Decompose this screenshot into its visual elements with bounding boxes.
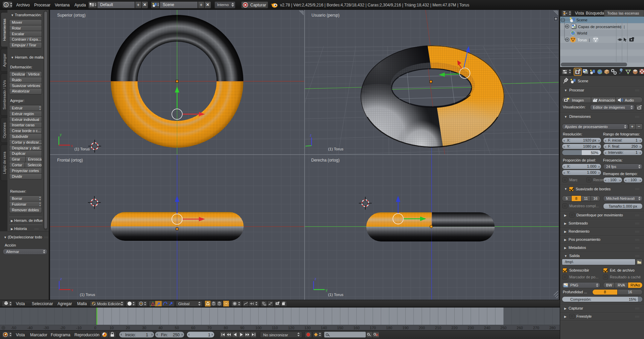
svg-text:Torus: Torus [577,38,587,42]
svg-text:250: 250 [173,333,180,337]
svg-text:90: 90 [240,326,244,330]
svg-text:180: 180 [386,326,392,330]
svg-text:(1) Torus: (1) Torus [74,147,90,151]
svg-text:Marcador: Marcador [30,333,47,337]
svg-text:z: z [60,277,62,281]
svg-text:260: 260 [517,326,523,330]
svg-text:Malla: Malla [77,301,87,306]
svg-text:0: 0 [94,326,96,330]
svg-text:270: 270 [533,326,539,330]
svg-text:30: 30 [142,326,146,330]
svg-text:Frontal (ortog): Frontal (ortog) [57,158,83,163]
svg-text:130: 130 [304,326,310,330]
svg-text:No sincronizar: No sincronizar [263,333,288,337]
svg-text:Reproducción: Reproducción [74,333,99,337]
svg-text:170: 170 [370,326,376,330]
svg-text:-10: -10 [76,326,82,330]
svg-text:|: | [589,38,590,42]
svg-text:230: 230 [468,326,474,330]
svg-text:(1) Torus: (1) Torus [80,293,95,297]
svg-text:10: 10 [110,326,114,330]
svg-text:Todas las escenas: Todas las escenas [607,11,639,15]
svg-text:150: 150 [337,326,343,330]
svg-text:-20: -20 [60,326,65,330]
svg-text:i: i [6,3,7,7]
svg-text:-50: -50 [11,326,16,330]
svg-text:(1) Torus: (1) Torus [328,293,343,297]
svg-text:80: 80 [224,326,228,330]
svg-text:Global: Global [178,302,189,306]
svg-text:Capas de procesamiento: Capas de procesamiento [578,25,621,29]
svg-text:100: 100 [255,326,261,330]
svg-text:200: 200 [419,326,425,330]
svg-text:210: 210 [435,326,441,330]
svg-text:|: | [624,25,625,29]
svg-text:280: 280 [549,326,555,330]
svg-text:Derecha (ortog): Derecha (ortog) [311,158,340,163]
svg-text:190: 190 [402,326,409,330]
svg-text:Fotograma: Fotograma [51,333,70,337]
svg-text:40: 40 [158,326,162,330]
svg-text:Modo Edición: Modo Edición [97,302,121,306]
svg-text:1: 1 [208,333,210,337]
svg-text:(1) Torus: (1) Torus [328,147,343,151]
svg-text:-40: -40 [27,326,32,330]
svg-text:Vista: Vista [575,11,584,16]
svg-text:World: World [577,31,587,35]
svg-text:70: 70 [207,326,211,330]
svg-text:1: 1 [146,333,148,337]
svg-text:x: x [71,288,73,292]
svg-text:Inicio:: Inicio: [125,333,136,337]
svg-text:Vista: Vista [16,301,25,306]
svg-text:y: y [326,288,327,292]
svg-text:x: x [71,144,73,148]
svg-text:160: 160 [353,326,360,330]
svg-text:120: 120 [288,326,294,330]
svg-text:60: 60 [191,326,195,330]
svg-text:20: 20 [126,326,130,330]
svg-text:Fin:: Fin: [161,333,168,337]
svg-text:Búsqueda: Búsqueda [586,11,604,16]
svg-text:|: | [620,25,621,29]
svg-text:140: 140 [321,326,327,330]
svg-text:250: 250 [500,326,506,330]
svg-text:y: y [60,133,62,136]
svg-text:Superior (ortog): Superior (ortog) [57,13,86,18]
svg-text:Scene: Scene [576,18,588,22]
svg-text:110: 110 [272,326,278,330]
svg-text:240: 240 [484,326,490,330]
svg-text:220: 220 [451,326,457,330]
svg-text:z: z [315,277,316,281]
svg-text:50: 50 [175,326,179,330]
svg-text:Agregar: Agregar [58,301,72,306]
svg-text:-30: -30 [44,326,49,330]
svg-text:Vista: Vista [16,333,25,337]
svg-text:Usuario (persp): Usuario (persp) [312,13,340,18]
svg-text:Seleccionar: Seleccionar [32,301,53,306]
svg-text:z: z [310,133,312,137]
